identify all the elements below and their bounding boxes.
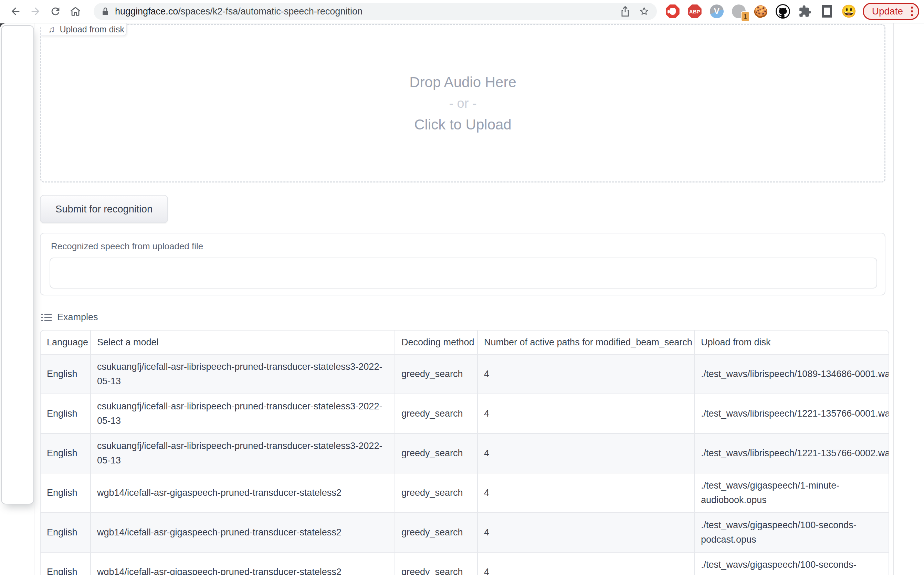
cell-paths: 4 — [478, 552, 695, 575]
extensions-menu-button[interactable] — [794, 2, 816, 21]
music-note-icon: ♫ — [48, 24, 55, 35]
abp-label: ABP — [689, 9, 700, 14]
cell-model: wgb14/icefall-asr-gigaspeech-pruned-tran… — [91, 552, 395, 575]
cell-model: wgb14/icefall-asr-gigaspeech-pruned-tran… — [91, 512, 395, 552]
extension-badge: 1 — [741, 11, 750, 22]
hand-stop-icon — [666, 5, 680, 18]
left-divider — [34, 24, 35, 575]
cell-language: English — [40, 394, 91, 433]
abp-icon: ABP — [688, 5, 702, 18]
cell-decoding: greedy_search — [395, 473, 478, 512]
forward-arrow-icon — [30, 5, 41, 17]
star-icon — [639, 6, 649, 16]
back-arrow-icon — [10, 5, 21, 17]
examples-label: Examples — [57, 312, 98, 322]
vimium-label: V — [714, 6, 719, 16]
cell-paths: 4 — [478, 473, 695, 512]
extension-with-badge[interactable]: 1 — [728, 2, 750, 21]
profile-emoji-icon: 😃 — [841, 5, 857, 17]
left-panel-edge — [1, 25, 34, 504]
cell-decoding: greedy_search — [395, 354, 478, 394]
dropzone-line-3: Click to Upload — [414, 116, 511, 133]
cell-file: ./test_wavs/gigaspeech/100-seconds-podca… — [695, 512, 889, 552]
extension-cookie[interactable]: 🍪 — [750, 2, 772, 21]
share-icon — [620, 6, 630, 17]
upload-tab-label: Upload from disk — [60, 24, 125, 35]
examples-table-header-row: Language Select a model Decoding method … — [40, 330, 889, 354]
submit-for-recognition-button[interactable]: Submit for recognition — [40, 195, 168, 223]
col-header-language: Language — [40, 330, 91, 354]
examples-header: Examples — [41, 312, 98, 322]
cell-language: English — [40, 473, 91, 512]
forward-button[interactable] — [25, 2, 46, 21]
address-bar[interactable]: huggingface.co/spaces/k2-fsa/automatic-s… — [94, 3, 657, 20]
example-row[interactable]: English wgb14/icefall-asr-gigaspeech-pru… — [40, 552, 889, 575]
dropzone-line-1: Drop Audio Here — [409, 74, 516, 91]
list-icon — [41, 313, 52, 322]
browser-toolbar: huggingface.co/spaces/k2-fsa/automatic-s… — [0, 0, 924, 24]
page-content: Drop Audio Here - or - Click to Upload ♫… — [0, 24, 924, 575]
side-panel-icon — [822, 5, 832, 17]
gray-circle-icon: 1 — [732, 5, 746, 18]
cell-model: wgb14/icefall-asr-gigaspeech-pruned-tran… — [91, 473, 395, 512]
reload-button[interactable] — [46, 2, 65, 21]
cell-file: ./test_wavs/librispeech/1221-135766-0002… — [695, 433, 889, 473]
extension-adblock-plus[interactable]: ABP — [684, 2, 706, 21]
url-domain: huggingface.co — [115, 6, 178, 16]
audio-dropzone[interactable]: Drop Audio Here - or - Click to Upload — [40, 24, 886, 183]
update-menu-dots-icon[interactable] — [911, 6, 913, 16]
recognized-speech-card: Recognized speech from uploaded file — [40, 233, 886, 295]
puzzle-icon — [799, 5, 811, 18]
col-header-upload-from-disk: Upload from disk — [695, 330, 889, 354]
recognized-speech-textbox[interactable] — [49, 257, 877, 289]
profile-avatar[interactable]: 😃 — [838, 2, 860, 21]
cell-paths: 4 — [478, 512, 695, 552]
update-label: Update — [872, 6, 903, 17]
reload-icon — [49, 5, 61, 17]
back-button[interactable] — [5, 2, 25, 21]
cell-file: ./test_wavs/gigaspeech/1-minute-audioboo… — [695, 473, 889, 512]
cell-model: csukuangfj/icefall-asr-librispeech-prune… — [91, 433, 395, 473]
cell-paths: 4 — [478, 394, 695, 433]
right-divider — [893, 24, 894, 575]
cell-decoding: greedy_search — [395, 512, 478, 552]
cell-decoding: greedy_search — [395, 552, 478, 575]
example-row[interactable]: English csukuangfj/icefall-asr-librispee… — [40, 354, 889, 394]
example-row[interactable]: English csukuangfj/icefall-asr-librispee… — [40, 433, 889, 473]
side-panel-button[interactable] — [816, 2, 838, 21]
cell-file: ./test_wavs/librispeech/1089-134686-0001… — [695, 354, 889, 394]
extension-vimium[interactable]: V — [706, 2, 728, 21]
cell-language: English — [40, 354, 91, 394]
recognized-speech-label: Recognized speech from uploaded file — [51, 241, 203, 252]
cell-decoding: greedy_search — [395, 394, 478, 433]
vimium-icon: V — [710, 5, 724, 18]
examples-table: Language Select a model Decoding method … — [40, 330, 889, 575]
example-row[interactable]: English wgb14/icefall-asr-gigaspeech-pru… — [40, 512, 889, 552]
cell-paths: 4 — [478, 433, 695, 473]
bookmark-button[interactable] — [639, 6, 649, 16]
share-button[interactable] — [620, 6, 630, 17]
cell-file: ./test_wavs/gigaspeech/100-seconds-youtu… — [695, 552, 889, 575]
col-header-decoding-method: Decoding method — [395, 330, 478, 354]
tab-upload-from-disk[interactable]: ♫ Upload from disk — [41, 24, 127, 36]
cell-model: csukuangfj/icefall-asr-librispeech-prune… — [91, 394, 395, 433]
example-row[interactable]: English csukuangfj/icefall-asr-librispee… — [40, 394, 889, 433]
cell-language: English — [40, 433, 91, 473]
cookie-icon: 🍪 — [753, 5, 768, 17]
cell-decoding: greedy_search — [395, 433, 478, 473]
cell-language: English — [40, 552, 91, 575]
home-icon — [70, 5, 81, 17]
cell-file: ./test_wavs/librispeech/1221-135766-0001… — [695, 394, 889, 433]
lock-icon — [101, 6, 110, 16]
cell-paths: 4 — [478, 354, 695, 394]
home-button[interactable] — [65, 2, 86, 21]
url-text[interactable]: huggingface.co/spaces/k2-fsa/automatic-s… — [115, 6, 362, 17]
chrome-update-button[interactable]: Update — [863, 3, 919, 20]
col-header-num-active-paths: Number of active paths for modified_beam… — [478, 330, 695, 354]
cell-model: csukuangfj/icefall-asr-librispeech-prune… — [91, 354, 395, 394]
submit-label: Submit for recognition — [56, 203, 152, 215]
dropzone-line-2: - or - — [449, 96, 476, 111]
extension-github[interactable] — [772, 2, 794, 21]
example-row[interactable]: English wgb14/icefall-asr-gigaspeech-pru… — [40, 473, 889, 512]
extension-ublock[interactable] — [662, 2, 684, 21]
